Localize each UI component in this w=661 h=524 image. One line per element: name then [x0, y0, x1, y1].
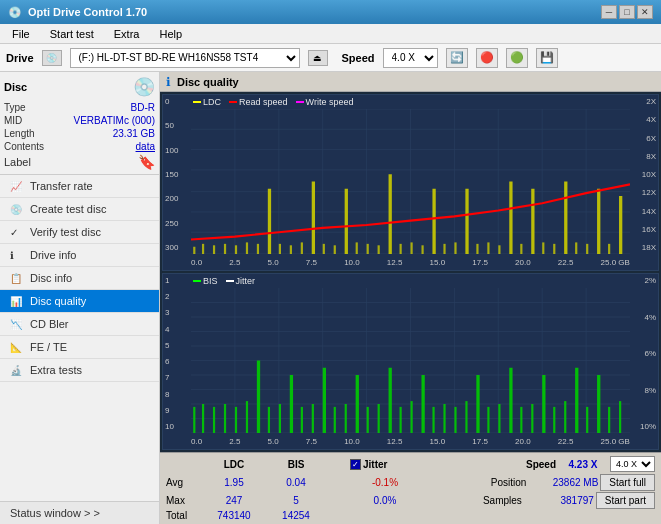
toolbar-btn-1[interactable]: 🔴: [476, 48, 498, 68]
svg-rect-101: [465, 401, 467, 433]
sidebar-item-label-fe-te: FE / TE: [30, 341, 67, 353]
svg-rect-53: [586, 244, 588, 254]
svg-rect-104: [498, 404, 500, 433]
svg-rect-52: [575, 242, 577, 254]
menu-extra[interactable]: Extra: [106, 26, 148, 42]
disc-info-icon: 📋: [10, 273, 24, 284]
sidebar-item-label-drive-info: Drive info: [30, 249, 76, 261]
disc-length-row: Length 23.31 GB: [4, 128, 155, 139]
jitter-checkbox[interactable]: ✓: [350, 459, 361, 470]
app-title: Opti Drive Control 1.70: [28, 6, 147, 18]
sidebar-item-disc-info[interactable]: 📋 Disc info: [0, 267, 159, 290]
status-window-button[interactable]: Status window > >: [0, 501, 159, 524]
max-ldc: 247: [204, 495, 264, 506]
disc-contents-value[interactable]: data: [136, 141, 155, 152]
disc-contents-label: Contents: [4, 141, 44, 152]
drive-action-icon[interactable]: ⏏: [308, 50, 328, 66]
jitter-header-check[interactable]: ✓ Jitter: [350, 459, 387, 470]
svg-rect-42: [465, 189, 468, 254]
ldc-y-axis-right: 18X 16X 14X 12X 10X 8X 6X 4X 2X: [630, 95, 658, 254]
svg-rect-111: [575, 368, 578, 433]
sidebar-item-cd-bler[interactable]: 📉 CD Bler: [0, 313, 159, 336]
svg-rect-46: [509, 182, 512, 255]
svg-rect-36: [400, 244, 402, 254]
total-ldc: 743140: [204, 510, 264, 521]
sidebar-item-label-cd-bler: CD Bler: [30, 318, 69, 330]
bis-y-axis-left: 10 9 8 7 6 5 4 3 2 1: [163, 274, 191, 433]
minimize-button[interactable]: ─: [601, 5, 617, 19]
fe-te-icon: 📐: [10, 342, 24, 353]
save-button[interactable]: 💾: [536, 48, 558, 68]
svg-rect-99: [443, 404, 445, 433]
svg-rect-19: [213, 245, 215, 254]
svg-rect-45: [498, 245, 500, 254]
drive-info-icon: ℹ: [10, 250, 24, 261]
speed-value: 4.23 X: [558, 459, 608, 470]
sidebar-item-fe-te[interactable]: 📐 FE / TE: [0, 336, 159, 359]
svg-rect-83: [268, 407, 270, 433]
close-button[interactable]: ✕: [637, 5, 653, 19]
main-layout: Disc 💿 Type BD-R MID VERBATIMc (000) Len…: [0, 72, 661, 524]
disc-label-row: Label 🔖: [4, 154, 155, 170]
charts-area: LDC Read speed Write speed 300 250 200: [160, 92, 661, 452]
speed-select[interactable]: 4.0 X: [383, 48, 438, 68]
disc-mid-value: VERBATIMc (000): [74, 115, 156, 126]
sidebar-item-disc-quality[interactable]: 📊 Disc quality: [0, 290, 159, 313]
svg-rect-96: [411, 401, 413, 433]
ldc-col-header: LDC: [204, 459, 264, 470]
svg-rect-47: [520, 244, 522, 254]
sidebar-item-verify-test-disc[interactable]: ✓ Verify test disc: [0, 221, 159, 244]
disc-length-label: Length: [4, 128, 35, 139]
svg-rect-55: [608, 244, 610, 254]
drive-eject-icon[interactable]: 💿: [42, 50, 62, 66]
svg-rect-98: [432, 407, 434, 433]
bis-y-axis-right: 10% 8% 6% 4% 2%: [630, 274, 658, 433]
maximize-button[interactable]: □: [619, 5, 635, 19]
start-full-button[interactable]: Start full: [600, 474, 655, 491]
disc-panel: Disc 💿 Type BD-R MID VERBATIMc (000) Len…: [0, 72, 159, 175]
disc-label-icon[interactable]: 🔖: [138, 154, 155, 170]
speed-dropdown-stat[interactable]: 4.0 X: [610, 456, 655, 472]
sidebar-item-extra-tests[interactable]: 🔬 Extra tests: [0, 359, 159, 382]
svg-rect-37: [411, 242, 413, 254]
cd-bler-icon: 📉: [10, 319, 24, 330]
toolbar-btn-2[interactable]: 🟢: [506, 48, 528, 68]
sidebar-item-label-transfer-rate: Transfer rate: [30, 180, 93, 192]
bis-legend-item: BIS: [193, 276, 218, 286]
sidebar-item-create-test-disc[interactable]: 💿 Create test disc: [0, 198, 159, 221]
svg-rect-89: [334, 407, 336, 433]
disc-length-value: 23.31 GB: [113, 128, 155, 139]
start-part-button[interactable]: Start part: [596, 492, 655, 509]
drive-select[interactable]: (F:) HL-DT-ST BD-RE WH16NS58 TST4: [70, 48, 300, 68]
svg-rect-18: [202, 244, 204, 254]
sidebar: Disc 💿 Type BD-R MID VERBATIMc (000) Len…: [0, 72, 160, 524]
disc-mid-row: MID VERBATIMc (000): [4, 115, 155, 126]
bis-chart: BIS Jitter 10 9 8 7 6 5 4 3: [162, 273, 659, 450]
stats-header-row: LDC BIS ✓ Jitter Speed 4.23 X 4.0 X: [166, 456, 655, 472]
svg-rect-44: [487, 242, 489, 254]
svg-rect-28: [312, 182, 315, 255]
sidebar-item-drive-info[interactable]: ℹ Drive info: [0, 244, 159, 267]
nav-items: 📈 Transfer rate 💿 Create test disc ✓ Ver…: [0, 175, 159, 382]
refresh-button[interactable]: 🔄: [446, 48, 468, 68]
disc-label-label: Label: [4, 156, 31, 168]
svg-rect-106: [520, 407, 522, 433]
disc-quality-icon: 📊: [10, 296, 24, 307]
sidebar-item-transfer-rate[interactable]: 📈 Transfer rate: [0, 175, 159, 198]
title-bar-left: 💿 Opti Drive Control 1.70: [8, 6, 147, 19]
svg-rect-21: [235, 245, 237, 254]
menu-file[interactable]: File: [4, 26, 38, 42]
svg-rect-79: [224, 404, 226, 433]
bis-chart-legend: BIS Jitter: [193, 276, 255, 286]
menu-start-test[interactable]: Start test: [42, 26, 102, 42]
disc-icon: 💿: [133, 76, 155, 98]
svg-rect-20: [224, 244, 226, 254]
svg-rect-102: [476, 375, 479, 433]
menu-help[interactable]: Help: [151, 26, 190, 42]
svg-rect-115: [619, 401, 621, 433]
svg-rect-110: [564, 401, 566, 433]
svg-rect-84: [279, 404, 281, 433]
disc-quality-header-icon: ℹ: [166, 75, 171, 89]
avg-ldc: 1.95: [204, 477, 264, 488]
drive-label: Drive: [6, 52, 34, 64]
